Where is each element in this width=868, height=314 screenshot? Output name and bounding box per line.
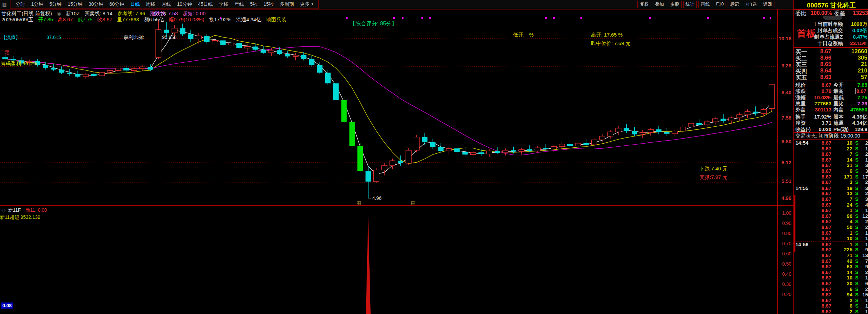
header1-seg-2: 新10Z [66,11,80,16]
svg-text:1.00: 1.00 [782,210,791,216]
profit-ratio-label: 获利比例: [124,35,144,41]
score-label: 【综合评分: 85分】 [350,20,397,27]
low-open-label: 低开: - % [513,32,534,38]
svg-text:0.90: 0.90 [782,221,791,226]
trading-app-window: ▥ 分时1分钟5分钟15分钟30分钟60分钟日线周线月线10分钟45日线季线年线… [0,0,868,314]
svg-text:5.51: 5.51 [782,178,791,184]
stock-title: 000576 甘化科工 [794,1,868,10]
tick-row: 14:568.671S1 [794,241,868,242]
cursor-value-readout: 0.08 [1,302,13,309]
header2-seg-6: 额6.55亿 [144,17,164,22]
svg-text:0.20: 0.20 [782,292,791,297]
divider [794,9,868,10]
support-level-label: 支撑:7.97 元 [699,174,728,181]
header2-seg-5: 量777663 [117,17,139,22]
flow-value: 37.615 [46,35,61,40]
tick-row: 14:558.6719S3 [794,185,868,185]
header2-seg-0: 2025/05/09/五 [1,17,33,22]
candlestick-chart[interactable]: 10.764.9610.169.288.407.586.806.125.514.… [0,0,793,314]
sub-indicator-header[interactable]: ◎ 新11F 新11: 0.00 [1,207,47,213]
header2-seg-7: 幅0.79(10.03%) [169,17,204,22]
header1-seg-0: 甘化科工(日线 前复权) [1,11,52,16]
profit-ratio-value: 95.958 [162,35,177,40]
svg-text:4.96: 4.96 [782,195,791,201]
header2-seg-10: 地面兵装 [266,17,286,22]
svg-text:0.60: 0.60 [782,251,791,256]
mid-price-label: 昨中位价: 7.69 元 [591,40,631,47]
svg-text:0.80: 0.80 [782,231,791,236]
svg-text:4.96: 4.96 [372,195,381,201]
svg-text:0.40: 0.40 [782,271,791,277]
sub-indicator-name: 新11F [8,207,21,213]
svg-text:0.70: 0.70 [782,241,791,246]
divider [794,81,868,81]
custom-mark-label: 自定 [0,49,9,56]
dropdown-circle-icon[interactable]: ◎ [1,207,5,213]
chart-header-line1: 甘化科工(日线 前复权)◎新10Z买卖线: 8.14参考线: 7.96涨跌线: … [1,11,210,17]
high-open-label: 高开: 17.65 % [591,32,623,38]
down-level-label: 下跌:7.40 元 [699,166,728,172]
chart-header-line2: 2025/05/09/五开7.85高8.67低7.75收8.67量777663额… [1,17,291,23]
alert-icon: ! [814,21,816,27]
panel-scrollbar[interactable] [794,195,795,252]
collapse-button[interactable]: ︿ [823,16,842,20]
header1-seg-6: 超短: 0.00 [183,11,206,16]
quote-panel: 000576 甘化科工 委比 100.00% 委差 13253 ︿ 首板 ! 当… [793,0,868,314]
header1-seg-1: ◎ [57,11,61,16]
svg-text:9.28: 9.28 [782,63,791,68]
header1-seg-3: 买卖线: 8.14 [84,11,113,16]
svg-text:7.58: 7.58 [782,115,791,121]
svg-text:0.30: 0.30 [782,281,791,287]
svg-text:10.16: 10.16 [778,36,791,41]
header2-seg-3: 低7.75 [78,17,93,22]
header2-seg-1: 开7.85 [38,17,53,22]
header2-seg-2: 高8.67 [58,17,73,22]
divider [794,47,868,48]
divider [794,113,868,113]
sub-indicator-value: 新11: 0.00 [25,207,47,213]
sub-indicator-line2: 新11超短 9532.139 [0,214,40,221]
header2-seg-8: 换17.92% [209,17,231,22]
divider [794,139,868,140]
svg-text:8.40: 8.40 [782,89,791,95]
chip-profit-label: 筹码盈利:96.0% [1,61,37,67]
header2-seg-9: 流通4.34亿 [236,17,261,22]
flow-value-label: 【流值】: [1,35,22,41]
trade-status-row: 交易状态: 闭市阶段 15:00:00 [795,133,860,139]
svg-text:6.80: 6.80 [782,139,791,144]
header1-seg-5: 涨跌线: 7.58 [150,11,178,16]
header2-seg-4: 收8.67 [97,17,112,22]
svg-text:0.50: 0.50 [782,261,791,267]
header1-seg-4: 参考线: 7.96 [117,11,145,16]
svg-text:6.12: 6.12 [782,160,791,165]
